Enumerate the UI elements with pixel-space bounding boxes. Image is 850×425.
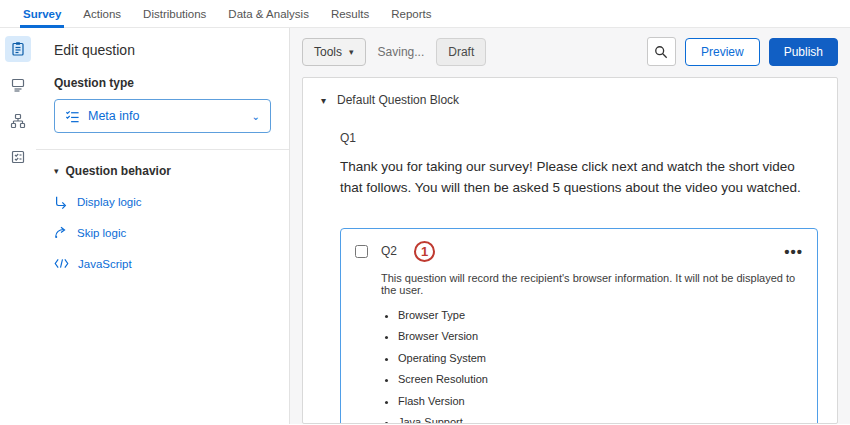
list-item: Flash Version [398, 395, 803, 407]
toolbar-right-group: Preview Publish [647, 37, 838, 66]
survey-builder-icon[interactable] [5, 36, 31, 62]
display-logic-icon [54, 195, 68, 209]
display-logic-label: Display logic [77, 196, 142, 208]
editor-toolbar: Tools ▾ Saving... Draft Preview Publish [302, 37, 838, 66]
list-item: Screen Resolution [398, 373, 803, 385]
question-block-header: ▾ Default Question Block [321, 93, 819, 107]
meta-info-list: Browser Type Browser Version Operating S… [398, 309, 803, 424]
display-logic-link[interactable]: Display logic [54, 195, 271, 209]
tab-actions[interactable]: Actions [72, 0, 132, 28]
more-options-icon[interactable]: ••• [784, 243, 803, 260]
caret-down-icon: ▾ [54, 166, 59, 176]
question-type-select[interactable]: Meta info ⌄ [54, 99, 271, 133]
question-behavior-title: Question behavior [66, 164, 171, 178]
publish-button[interactable]: Publish [769, 38, 838, 66]
question-q1[interactable]: Q1 Thank you for taking our survey! Plea… [340, 131, 819, 199]
question-description: This question will record the recipient'… [381, 272, 803, 296]
list-item: Browser Version [398, 330, 803, 342]
draft-button[interactable]: Draft [436, 38, 486, 66]
skip-logic-icon [54, 226, 68, 240]
question-text: Thank you for taking our survey! Please … [340, 157, 819, 199]
survey-options-icon[interactable] [5, 144, 31, 170]
saving-status: Saving... [378, 45, 425, 59]
collapse-caret-icon[interactable]: ▾ [321, 95, 326, 106]
tab-results[interactable]: Results [320, 0, 380, 28]
survey-flow-icon[interactable] [5, 108, 31, 134]
search-icon [654, 45, 668, 59]
meta-info-icon [65, 109, 80, 124]
preview-button[interactable]: Preview [685, 38, 760, 66]
javascript-icon [54, 257, 69, 270]
q2-header: Q2 1 ••• [355, 241, 803, 262]
left-icon-rail [0, 28, 36, 424]
list-item: Operating System [398, 352, 803, 364]
annotation-marker-1: 1 [414, 241, 435, 262]
skip-logic-label: Skip logic [77, 227, 126, 239]
question-id: Q2 [381, 244, 397, 258]
block-title: Default Question Block [337, 93, 459, 107]
question-id: Q1 [340, 131, 819, 145]
question-checkbox[interactable] [355, 245, 368, 258]
list-item: Java Support [398, 416, 803, 424]
question-type-label: Question type [54, 76, 271, 90]
javascript-link[interactable]: JavaScript [54, 257, 271, 270]
panel-divider [36, 149, 289, 150]
tab-data-analysis[interactable]: Data & Analysis [217, 0, 320, 28]
edit-question-panel: Edit question Question type Meta info ⌄ … [36, 28, 290, 424]
chevron-down-icon: ⌄ [252, 111, 260, 122]
look-and-feel-icon[interactable] [5, 72, 31, 98]
top-navigation: Survey Actions Distributions Data & Anal… [0, 0, 850, 28]
tools-label: Tools [314, 45, 342, 59]
panel-title: Edit question [54, 42, 271, 58]
list-item: Browser Type [398, 309, 803, 321]
search-button[interactable] [647, 37, 676, 66]
skip-logic-link[interactable]: Skip logic [54, 226, 271, 240]
question-type-value: Meta info [88, 109, 244, 123]
tab-survey[interactable]: Survey [12, 0, 72, 28]
tools-button[interactable]: Tools ▾ [302, 38, 366, 66]
javascript-label: JavaScript [78, 258, 132, 270]
survey-editor-main: Tools ▾ Saving... Draft Preview Publish … [290, 28, 850, 424]
app-shell: Edit question Question type Meta info ⌄ … [0, 28, 850, 424]
chevron-down-icon: ▾ [349, 47, 354, 57]
tab-reports[interactable]: Reports [380, 0, 442, 28]
survey-canvas: ▾ Default Question Block Q1 Thank you fo… [302, 77, 838, 424]
tab-distributions[interactable]: Distributions [132, 0, 217, 28]
question-q2-selected[interactable]: Q2 1 ••• This question will record the r… [340, 228, 818, 424]
question-behavior-section-toggle[interactable]: ▾ Question behavior [54, 164, 271, 178]
